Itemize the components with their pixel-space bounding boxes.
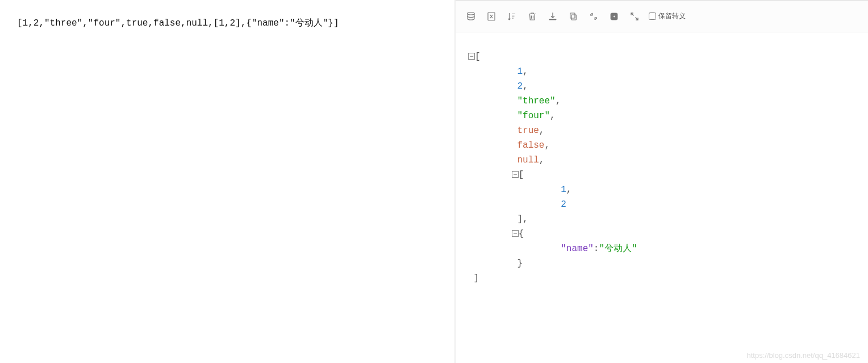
token-num: 2	[561, 199, 566, 210]
raw-json-text: [1,2,"three","four",true,false,null,[1,2…	[17, 18, 339, 28]
json-line: −[	[468, 168, 856, 182]
collapse-toggle-icon[interactable]: −	[512, 171, 519, 178]
token-num: 1	[561, 185, 566, 195]
token-punct: ,	[539, 155, 545, 165]
json-line: 2	[468, 197, 856, 212]
token-str: "four"	[517, 111, 550, 121]
json-line: 1,	[468, 182, 856, 197]
copy-icon[interactable]	[565, 8, 582, 25]
token-bracket: ]	[517, 214, 523, 224]
json-line: "name":"兮动人"	[468, 241, 856, 256]
token-bool: true	[517, 126, 539, 136]
json-line: "four",	[468, 109, 856, 123]
token-bool: false	[517, 140, 544, 151]
compress-icon[interactable]	[585, 8, 602, 25]
token-bracket: [	[519, 170, 524, 180]
token-bracket: {	[519, 229, 524, 239]
json-line: false,	[468, 138, 856, 153]
json-line: true,	[468, 123, 856, 138]
json-line: }	[468, 256, 856, 271]
json-line: −[	[468, 49, 856, 64]
collapse-toggle-icon[interactable]: −	[512, 230, 519, 237]
token-punct: :	[594, 244, 599, 254]
token-bracket: ]	[474, 273, 479, 283]
token-punct: ,	[523, 214, 528, 224]
json-line: 1,	[468, 64, 856, 79]
token-null: null	[517, 155, 539, 165]
download-icon[interactable]	[544, 8, 561, 25]
json-line: 2,	[468, 79, 856, 94]
preserve-escape-checkbox[interactable]: 保留转义	[649, 11, 686, 21]
toolbar: 保留转义	[456, 1, 868, 32]
token-punct: ,	[550, 111, 556, 121]
token-bracket: [	[475, 52, 481, 62]
token-str: "three"	[517, 96, 555, 106]
share-icon[interactable]	[606, 8, 623, 25]
token-punct: ,	[523, 81, 528, 91]
token-punct: ,	[544, 140, 550, 151]
input-panel[interactable]: [1,2,"three","four",true,false,null,[1,2…	[0, 0, 454, 363]
token-punct: ,	[523, 66, 528, 77]
database-icon[interactable]	[462, 8, 479, 25]
json-line: ]	[468, 271, 856, 286]
preserve-escape-label: 保留转义	[658, 11, 686, 21]
json-tree-viewer[interactable]: −[ 1, 2, "three", "four", true, false, n…	[456, 32, 868, 363]
svg-point-0	[468, 12, 474, 15]
svg-rect-2	[571, 15, 576, 20]
json-line: ],	[468, 212, 856, 227]
json-line: "three",	[468, 94, 856, 109]
token-bracket: }	[517, 258, 523, 269]
svg-rect-3	[570, 13, 575, 18]
token-str: "兮动人"	[599, 244, 637, 254]
excel-icon[interactable]	[483, 8, 500, 25]
token-punct: ,	[539, 126, 545, 136]
preserve-escape-input[interactable]	[649, 12, 656, 20]
json-line: null,	[468, 153, 856, 168]
trash-icon[interactable]	[524, 8, 541, 25]
token-num: 2	[517, 81, 523, 91]
token-punct: ,	[566, 185, 572, 195]
json-line: −{	[468, 227, 856, 241]
expand-icon[interactable]	[626, 8, 643, 25]
collapse-toggle-icon[interactable]: −	[468, 53, 475, 60]
token-key: "name"	[561, 244, 594, 254]
sort-icon[interactable]	[503, 8, 520, 25]
token-num: 1	[517, 66, 523, 77]
token-punct: ,	[556, 96, 561, 106]
output-panel: 保留转义 −[ 1, 2, "three", "four", true, fal…	[456, 0, 868, 363]
